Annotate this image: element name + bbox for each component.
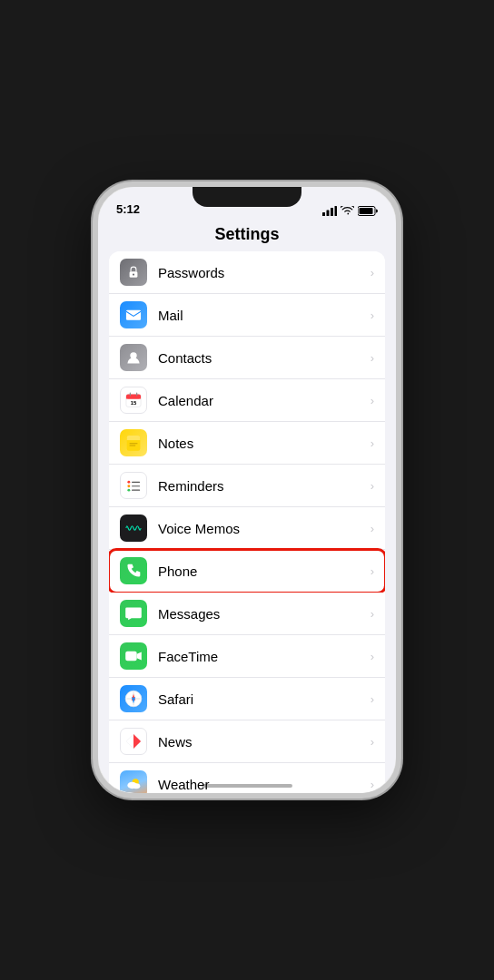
settings-item-passwords[interactable]: Passwords› <box>109 251 385 294</box>
settings-item-mail[interactable]: Mail› <box>109 294 385 337</box>
svg-rect-8 <box>126 310 141 320</box>
phone-screen: 5:12 <box>98 187 396 793</box>
svg-rect-3 <box>335 206 338 216</box>
passwords-icon <box>120 259 147 286</box>
news-label: News <box>158 734 367 750</box>
phone-icon <box>120 557 147 584</box>
messages-label: Messages <box>158 606 367 622</box>
reminders-label: Reminders <box>158 478 367 494</box>
svg-point-21 <box>127 481 130 484</box>
settings-item-safari[interactable]: Safari› <box>109 678 385 720</box>
contacts-icon <box>120 344 147 371</box>
news-chevron: › <box>370 735 374 749</box>
calendar-icon: 15 <box>120 387 147 414</box>
settings-item-calendar[interactable]: 15Calendar› <box>109 379 385 422</box>
phone-label: Phone <box>158 564 367 579</box>
calendar-chevron: › <box>370 394 374 407</box>
svg-point-7 <box>133 273 134 275</box>
voicememos-chevron: › <box>370 522 374 535</box>
settings-item-reminders[interactable]: Reminders› <box>109 465 385 507</box>
voicememos-icon <box>120 514 147 542</box>
mail-icon <box>120 301 147 328</box>
svg-rect-27 <box>125 652 136 661</box>
reminders-icon <box>120 472 147 499</box>
page-title: Settings <box>98 220 396 251</box>
status-time: 5:12 <box>116 202 140 216</box>
svg-point-22 <box>127 485 130 487</box>
settings-item-weather[interactable]: Weather› <box>109 763 385 793</box>
settings-item-phone[interactable]: Phone› <box>109 550 385 593</box>
notes-icon <box>120 429 147 456</box>
battery-icon <box>358 206 378 216</box>
notch <box>193 187 301 207</box>
svg-rect-18 <box>127 439 141 440</box>
messages-icon <box>120 600 147 627</box>
safari-label: Safari <box>158 691 367 707</box>
weather-icon <box>120 770 147 793</box>
safari-chevron: › <box>370 692 374 706</box>
settings-item-news[interactable]: News› <box>109 720 385 763</box>
facetime-label: FaceTime <box>158 649 367 664</box>
contacts-label: Contacts <box>158 350 367 366</box>
passwords-chevron: › <box>370 266 374 279</box>
settings-item-facetime[interactable]: FaceTime› <box>109 635 385 678</box>
safari-icon <box>120 685 147 712</box>
weather-chevron: › <box>370 778 374 791</box>
svg-rect-2 <box>331 208 333 216</box>
svg-text:15: 15 <box>131 400 137 406</box>
settings-item-voicememos[interactable]: Voice Memos› <box>109 507 385 550</box>
notes-chevron: › <box>370 436 374 450</box>
signal-icon <box>322 206 337 216</box>
settings-item-messages[interactable]: Messages› <box>109 593 385 635</box>
svg-rect-0 <box>322 212 325 216</box>
svg-point-23 <box>127 489 130 492</box>
status-icons <box>322 206 378 216</box>
settings-list: Passwords›Mail›Contacts›15Calendar›Notes… <box>109 251 385 793</box>
svg-rect-1 <box>327 211 330 217</box>
notes-label: Notes <box>158 436 367 451</box>
facetime-chevron: › <box>370 650 374 663</box>
voicememos-label: Voice Memos <box>158 521 367 536</box>
svg-rect-5 <box>360 208 373 214</box>
phone-chevron: › <box>370 564 374 578</box>
svg-point-38 <box>133 783 141 789</box>
home-indicator <box>202 784 292 788</box>
wifi-icon <box>341 206 354 216</box>
mail-label: Mail <box>158 308 367 323</box>
messages-chevron: › <box>370 607 374 621</box>
news-icon <box>120 728 147 755</box>
contacts-chevron: › <box>370 351 374 365</box>
svg-rect-12 <box>126 397 141 398</box>
facetime-icon <box>120 642 147 670</box>
reminders-chevron: › <box>370 479 374 493</box>
passwords-label: Passwords <box>158 265 367 280</box>
mail-chevron: › <box>370 309 374 322</box>
calendar-label: Calendar <box>158 393 367 408</box>
settings-item-contacts[interactable]: Contacts› <box>109 337 385 379</box>
settings-item-notes[interactable]: Notes› <box>109 422 385 465</box>
phone-frame: 5:12 <box>93 181 401 799</box>
